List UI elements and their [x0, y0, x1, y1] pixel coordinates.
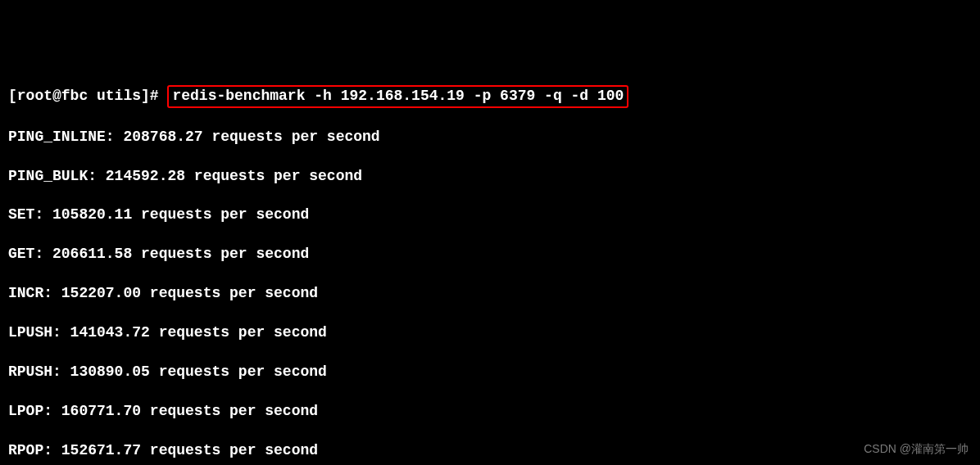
- output-line: RPUSH: 130890.05 requests per second: [8, 363, 972, 382]
- output-line: INCR: 152207.00 requests per second: [8, 284, 972, 304]
- highlighted-command: redis-benchmark -h 192.168.154.19 -p 637…: [167, 85, 628, 108]
- watermark: CSDN @灌南第一帅: [864, 441, 969, 457]
- output-line: RPOP: 152671.77 requests per second: [8, 441, 972, 461]
- output-line: PING_BULK: 214592.28 requests per second: [8, 167, 972, 187]
- shell-prompt: [root@fbc utils]#: [8, 88, 167, 104]
- output-line: LPUSH: 141043.72 requests per second: [8, 323, 972, 343]
- output-line: SET: 105820.11 requests per second: [8, 205, 972, 225]
- output-line: LPOP: 160771.70 requests per second: [8, 402, 972, 422]
- output-line: GET: 206611.58 requests per second: [8, 245, 972, 264]
- command-line: [root@fbc utils]# redis-benchmark -h 192…: [8, 85, 972, 108]
- output-line: PING_INLINE: 208768.27 requests per seco…: [8, 128, 972, 147]
